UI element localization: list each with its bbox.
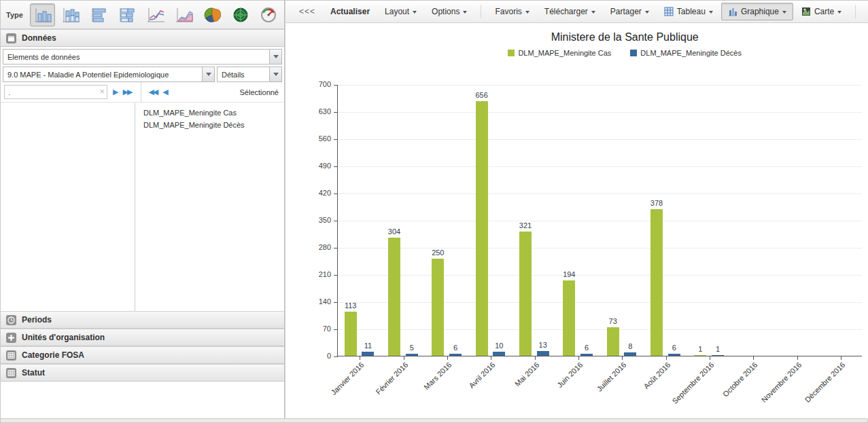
bar-cas[interactable]: [694, 355, 706, 356]
bar-deces[interactable]: [712, 355, 724, 356]
area-chart-icon[interactable]: [171, 3, 197, 26]
download-menu-label: Télécharger: [544, 7, 588, 16]
data-element-group-select[interactable]: 9.0 MAPE - Maladie A Potentiel Epidemiol…: [3, 67, 215, 82]
legend-label: DLM_MAPE_Meningite Décès: [640, 49, 742, 57]
accordion-header-donnees[interactable]: Données: [1, 29, 284, 47]
share-menu-label: Partager: [610, 7, 642, 16]
accordion-title-orgunits: Unités d'organisation: [22, 333, 105, 342]
list-item[interactable]: DLM_MAPE_Meningite Cas: [135, 107, 284, 119]
options-menu[interactable]: Options: [425, 3, 474, 20]
bar-chart-icon[interactable]: [86, 3, 112, 26]
x-axis-tick: [578, 356, 579, 360]
map-icon: [801, 7, 811, 16]
column-chart-icon[interactable]: [30, 3, 56, 26]
download-menu[interactable]: Télécharger: [538, 3, 602, 20]
stacked-column-chart-icon[interactable]: [58, 3, 84, 26]
share-menu[interactable]: Partager: [604, 3, 656, 20]
details-select[interactable]: Détails: [217, 67, 282, 82]
select-all-right-icon[interactable]: ▶▶: [122, 88, 131, 96]
collapse-sidebar-button[interactable]: <<<: [292, 3, 322, 20]
gauge-chart-icon[interactable]: [256, 3, 281, 26]
line-chart-icon[interactable]: [143, 3, 169, 26]
bar-cas[interactable]: [476, 101, 488, 356]
accordion-header-orgunits[interactable]: Unités d'organisation: [1, 329, 284, 346]
chart-icon: [728, 7, 737, 16]
bar-cas[interactable]: [607, 327, 619, 356]
caret-down-icon: [709, 11, 713, 14]
chart-view-button[interactable]: Graphique: [721, 3, 793, 20]
accordion-title-periods: Periods: [22, 315, 52, 325]
bar-value-label: 6: [442, 344, 469, 352]
remove-item-left-icon[interactable]: ◀: [162, 88, 167, 96]
map-view-button[interactable]: Carte: [795, 3, 848, 20]
bar-deces[interactable]: [624, 352, 636, 356]
x-axis-tick: [404, 356, 404, 360]
bar-cas[interactable]: [432, 259, 444, 356]
caret-down-icon: [837, 11, 841, 14]
bar-deces[interactable]: [493, 352, 505, 356]
bar-deces[interactable]: [362, 352, 374, 356]
filter-input[interactable]: [4, 85, 107, 99]
dimension-select[interactable]: Elements de données: [3, 49, 282, 65]
y-axis-tick-label: 490: [302, 162, 331, 170]
y-axis-tick-label: 350: [302, 216, 331, 224]
chevron-down-icon[interactable]: [202, 67, 214, 81]
accordion-header-categorie-fosa[interactable]: Categorie FOSA: [1, 346, 284, 364]
layout-menu-label: Layout: [385, 7, 409, 16]
y-axis-tick-label: 210: [302, 270, 331, 278]
available-items-list[interactable]: [1, 103, 135, 311]
group-select-row: 9.0 MAPE - Maladie A Potentiel Epidemiol…: [1, 65, 284, 82]
stacked-bar-chart-icon[interactable]: [115, 3, 141, 26]
bar-value-label: 194: [555, 270, 583, 278]
bar-deces[interactable]: [449, 354, 462, 356]
dimension-select-row: Elements de données: [1, 47, 284, 65]
pie-chart-icon[interactable]: [199, 3, 225, 26]
list-item[interactable]: DLM_MAPE_Meningite Décès: [135, 119, 284, 131]
table-view-label: Tableau: [677, 7, 706, 16]
bar-cas[interactable]: [388, 238, 400, 356]
radar-chart-icon[interactable]: [228, 3, 254, 26]
y-axis-tick-label: 700: [302, 80, 331, 88]
y-axis-tick: [334, 248, 338, 249]
left-panel: Type: [1, 1, 285, 419]
x-axis-tick: [753, 356, 754, 360]
bar-deces[interactable]: [537, 351, 549, 356]
left-panel-filler: [1, 382, 284, 419]
type-label: Type: [6, 11, 23, 19]
x-axis-tick: [841, 356, 841, 360]
favorites-menu[interactable]: Favoris: [488, 3, 536, 20]
layout-menu[interactable]: Layout: [378, 3, 423, 20]
x-axis-tick: [360, 356, 360, 360]
bar-value-label: 304: [381, 227, 408, 236]
remove-all-left-icon[interactable]: ◀◀: [148, 88, 157, 96]
gridline: [338, 112, 862, 113]
accordion-title-donnees: Données: [22, 33, 56, 43]
bar-cas[interactable]: [650, 209, 663, 356]
gridline: [338, 194, 862, 194]
y-axis-tick-label: 630: [302, 107, 331, 115]
bar-deces[interactable]: [406, 354, 418, 356]
about-menu[interactable]: A propos: [863, 3, 868, 20]
bar-cas[interactable]: [519, 232, 532, 356]
chart-panel: Ministere de la Sante Publique DLM_MAPE_…: [285, 23, 868, 419]
bar-value-label: 10: [485, 342, 513, 350]
data-window-icon: [6, 33, 16, 43]
plot-area: 070140210280350420490560630700Janvier 20…: [337, 85, 862, 356]
update-button[interactable]: Actualiser: [324, 3, 377, 20]
bar-deces[interactable]: [668, 354, 680, 356]
y-axis-tick: [334, 221, 338, 221]
bar-deces[interactable]: [580, 354, 593, 356]
y-axis-tick: [334, 329, 338, 330]
accordion-header-periods[interactable]: Periods: [1, 311, 284, 329]
y-axis-tick-label: 0: [302, 352, 331, 360]
bar-value-label: 6: [661, 344, 688, 352]
chevron-down-icon[interactable]: [269, 67, 281, 81]
legend-label: DLM_MAPE_Meningite Cas: [518, 49, 611, 57]
chevron-down-icon[interactable]: [269, 50, 281, 64]
select-item-right-icon[interactable]: ▶: [113, 88, 117, 96]
table-view-button[interactable]: Tableau: [657, 3, 720, 20]
y-axis-tick: [334, 166, 338, 167]
accordion-header-statut[interactable]: Statut: [1, 364, 284, 382]
legend-item: DLM_MAPE_Meningite Cas: [508, 49, 611, 57]
clear-filter-icon[interactable]: ×: [99, 86, 105, 96]
